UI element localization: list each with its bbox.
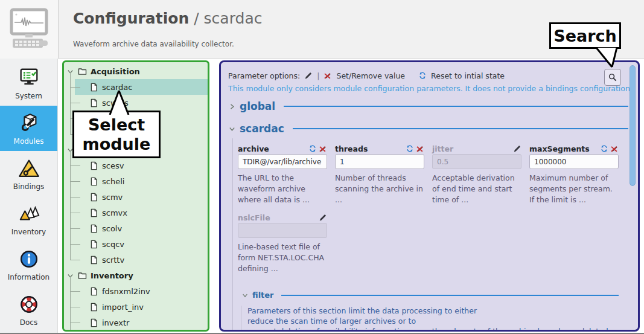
tree-folder-acquisition[interactable]: Acquisition bbox=[64, 63, 208, 79]
sidebar-item-information[interactable]: Information bbox=[0, 242, 57, 287]
file-icon bbox=[89, 83, 98, 92]
param-maxSegments: maxSegments Maximum number of segments p… bbox=[529, 143, 619, 205]
file-icon bbox=[89, 318, 98, 327]
param-description: Line-based text file of form NET.STA.LOC… bbox=[238, 242, 327, 274]
param-name: archive bbox=[238, 144, 269, 153]
file-icon bbox=[89, 161, 98, 170]
page-title-module: scardac bbox=[204, 10, 263, 27]
chevron-right-icon[interactable] bbox=[228, 103, 236, 111]
param-description: Acceptable derivation of end time and st… bbox=[432, 173, 521, 205]
file-icon bbox=[89, 177, 98, 186]
section-global[interactable]: global bbox=[228, 99, 628, 114]
sidebar-item-modules[interactable]: Modules bbox=[0, 106, 57, 151]
threads-input[interactable] bbox=[335, 154, 424, 169]
edit-value-icon[interactable] bbox=[304, 71, 313, 80]
tree-item-import_inv[interactable]: import_inv bbox=[64, 299, 208, 315]
tree-item-scardac[interactable]: scardac bbox=[64, 79, 208, 95]
reset-param-icon[interactable] bbox=[308, 144, 317, 153]
sidebar-item-docs[interactable]: Docs bbox=[0, 287, 57, 332]
parameter-options-label: Parameter options: bbox=[228, 71, 300, 80]
title-separator: / bbox=[189, 10, 203, 27]
remove-value-icon[interactable] bbox=[324, 71, 332, 80]
sidebar-item-system[interactable]: System bbox=[0, 60, 57, 106]
param-name: maxSegments bbox=[529, 144, 590, 153]
select-module-callout: Select module bbox=[72, 111, 161, 158]
param-jitter: jitter Acceptable derivation of end time… bbox=[432, 143, 521, 205]
tree-item-scrttv[interactable]: scrttv bbox=[64, 252, 208, 268]
tree-item-clipped[interactable] bbox=[64, 330, 208, 332]
search-icon bbox=[608, 72, 617, 82]
remove-value-icon[interactable] bbox=[610, 144, 619, 153]
param-nslcFile: nslcFile Line-based text file of form NE… bbox=[238, 212, 327, 274]
edit-value-icon[interactable] bbox=[513, 144, 521, 153]
filter-description: Parameters of this section limit the dat… bbox=[241, 306, 628, 332]
toolbar-separator: | bbox=[317, 71, 319, 80]
inventory-triangles-icon bbox=[17, 202, 41, 226]
section-divider-line bbox=[293, 128, 628, 129]
folder-icon bbox=[78, 67, 87, 76]
tree-item-invextr[interactable]: invextr bbox=[64, 315, 208, 330]
remove-value-icon[interactable] bbox=[416, 144, 424, 153]
tree-item-fdsnxml2inv[interactable]: fdsnxml2inv bbox=[64, 283, 208, 299]
folder-icon bbox=[78, 271, 87, 280]
page-header: Configuration / scardac Waveform archive… bbox=[0, 0, 644, 59]
sidebar: System Modules Bindings Inventory Inform… bbox=[0, 59, 58, 333]
file-icon bbox=[89, 287, 98, 296]
tree-item-scesv[interactable]: scesv bbox=[64, 158, 208, 173]
file-icon bbox=[89, 255, 98, 265]
tree-item-scmvx[interactable]: scmvx bbox=[64, 205, 208, 220]
docs-lifebuoy-icon bbox=[17, 292, 41, 316]
bindings-warning-wrench-icon bbox=[17, 156, 41, 181]
tree-item-scmv[interactable]: scmv bbox=[64, 189, 208, 205]
parameter-panel: Parameter options: | Set/Remove value Re… bbox=[219, 60, 640, 332]
archive-input[interactable] bbox=[238, 154, 327, 169]
module-description: Waveform archive data availability colle… bbox=[73, 40, 234, 48]
search-callout: Search bbox=[549, 22, 621, 49]
file-icon bbox=[89, 98, 98, 108]
param-archive: archive The URL to the waveform archive … bbox=[238, 143, 327, 205]
tree-item-scqcv[interactable]: scqcv bbox=[64, 236, 208, 252]
param-description: Number of threads scanning the archive i… bbox=[335, 173, 424, 205]
file-icon bbox=[89, 303, 98, 312]
page-title: Configuration / scardac bbox=[73, 10, 262, 27]
tree-item-scwfas[interactable]: scwfas bbox=[64, 95, 208, 111]
maxSegments-input[interactable] bbox=[529, 154, 619, 169]
param-description: The URL to the waveform archive where al… bbox=[238, 173, 327, 205]
chevron-down-icon[interactable] bbox=[228, 125, 236, 133]
sidebar-item-bindings[interactable]: Bindings bbox=[0, 151, 57, 196]
reset-param-icon[interactable] bbox=[600, 144, 608, 153]
tree-item-scolv[interactable]: scolv bbox=[64, 220, 208, 236]
scardac-section-body: archive The URL to the waveform archive … bbox=[232, 138, 628, 332]
param-name: threads bbox=[335, 144, 368, 153]
param-name: jitter bbox=[432, 144, 453, 153]
param-threads: threads Number of threads scanning the a… bbox=[335, 143, 424, 205]
select-module-callout-pointer bbox=[104, 88, 135, 115]
jitter-input[interactable] bbox=[432, 154, 521, 169]
module-tree: Acquisition scardac scwfas bbox=[62, 60, 209, 332]
sidebar-item-inventory[interactable]: Inventory bbox=[0, 196, 57, 242]
file-icon bbox=[89, 193, 98, 202]
remove-value-icon[interactable] bbox=[319, 144, 327, 153]
nslcFile-input[interactable] bbox=[238, 223, 327, 238]
section-divider-line bbox=[284, 106, 628, 107]
app-logo bbox=[0, 0, 59, 59]
section-scardac[interactable]: scardac bbox=[228, 121, 628, 136]
subsection-filter[interactable]: filter bbox=[241, 290, 619, 301]
seiscomp-monitor-icon bbox=[8, 7, 50, 52]
parameter-toolbar: Parameter options: | Set/Remove value Re… bbox=[221, 62, 638, 83]
reset-to-initial-label: Reset to intial state bbox=[431, 71, 505, 80]
system-monitor-checklist-icon bbox=[17, 66, 41, 90]
file-icon bbox=[89, 224, 98, 233]
page-title-section: Configuration bbox=[73, 10, 189, 27]
tree-item-scheli[interactable]: scheli bbox=[64, 173, 208, 189]
section-divider-line bbox=[281, 295, 619, 296]
vertical-scrollbar-thumb[interactable] bbox=[630, 65, 636, 186]
reset-icon[interactable] bbox=[418, 71, 427, 80]
reset-param-icon[interactable] bbox=[406, 144, 414, 153]
param-description: Maximum number of segments per stream. I… bbox=[529, 173, 619, 205]
edit-value-icon[interactable] bbox=[319, 213, 327, 222]
chevron-down-icon[interactable] bbox=[241, 291, 249, 299]
search-button[interactable] bbox=[604, 69, 621, 86]
tree-folder-inventory[interactable]: Inventory bbox=[64, 268, 208, 283]
module-notice: This module only considers module config… bbox=[228, 84, 631, 93]
